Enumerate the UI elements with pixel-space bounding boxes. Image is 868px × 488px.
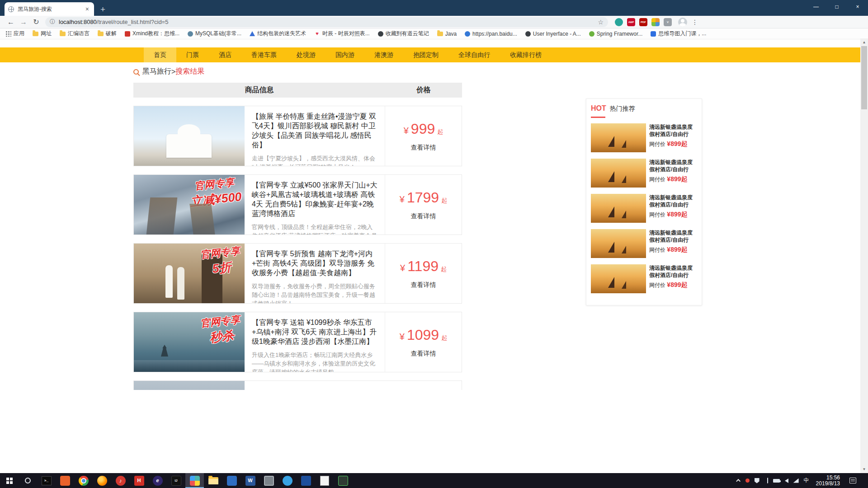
pdf-extension-icon[interactable]: PDF <box>639 18 647 26</box>
close-button[interactable]: × <box>847 0 868 14</box>
route-price-cell: ¥ 1099 起 查看详情 <box>385 312 462 372</box>
scrollbar-thumb[interactable] <box>861 46 867 109</box>
nav-item[interactable]: 全球自由行 <box>448 47 500 62</box>
site-info-icon[interactable]: ⓘ <box>50 18 55 26</box>
idea-icon[interactable]: IJ <box>167 473 185 488</box>
maximize-button[interactable]: □ <box>826 0 847 14</box>
ime-indicator[interactable]: 中 <box>804 477 809 484</box>
word-icon[interactable]: W <box>241 473 259 488</box>
hot-item[interactable]: 清远新银盏温泉度假村酒店/自由行套... 网付价 ¥899起 <box>591 123 697 152</box>
tray-defender-icon[interactable] <box>755 478 760 483</box>
hot-item[interactable]: 清远新银盏温泉度假村酒店/自由行套... 网付价 ¥899起 <box>591 194 697 223</box>
cmd-terminal-icon[interactable]: >_ <box>37 473 56 488</box>
bookmark-item[interactable]: 思维导图入门课，... <box>651 30 706 38</box>
minimize-button[interactable]: — <box>806 0 826 14</box>
route-title-link[interactable]: 【官网专享 立减¥500 张家界天门山+大峡谷+凤凰古城+玻璃栈道+玻璃桥 高铁… <box>252 180 377 218</box>
reload-button[interactable]: ↻ <box>30 19 42 26</box>
app-bluedark-icon[interactable] <box>297 473 315 488</box>
chat-app-icon[interactable] <box>222 473 241 488</box>
breadcrumb-site-link[interactable]: 黑马旅行 <box>142 67 171 76</box>
bookmark-item[interactable]: 网址 <box>33 30 52 38</box>
address-bar[interactable]: ⓘ localhost:8080 /travel/route_list.html… <box>45 17 608 27</box>
chrome-icon[interactable] <box>74 473 93 488</box>
nav-item[interactable]: 香港车票 <box>241 47 287 62</box>
tray-battery-icon[interactable] <box>773 479 780 483</box>
start-button[interactable] <box>0 473 19 488</box>
bookmark-star-icon[interactable]: ☆ <box>598 19 604 26</box>
route-title-link[interactable]: 【官网专享 送箱 ¥1099秒杀 华东五市+乌镇+南浔 双飞6天 南京进上海出】… <box>252 318 377 346</box>
hot-item[interactable]: 清远新银盏温泉度假村酒店/自由行套... 网付价 ¥899起 <box>591 159 697 188</box>
browser-tab[interactable]: 黑马旅游-搜索 × <box>5 2 94 16</box>
route-image[interactable]: 官网专享 秒杀 <box>134 312 245 372</box>
view-detail-link[interactable]: 查看详情 <box>411 212 436 221</box>
apps-shortcut[interactable]: 应用 <box>5 30 24 38</box>
route-title-link[interactable]: 【旅展 半价特惠 重走丝路•漫游宁夏 双飞4天】银川西部影视城 穆民新村 中卫沙… <box>252 112 377 150</box>
app-orange-icon[interactable] <box>56 473 74 488</box>
extension-colorful-icon[interactable] <box>651 18 660 26</box>
search-icon[interactable] <box>19 473 37 488</box>
page-scrollbar[interactable]: ▲ ▼ <box>860 38 868 473</box>
bookmark-item[interactable]: Xmind教程：思维... <box>125 30 179 38</box>
back-button[interactable]: ← <box>5 19 17 26</box>
nav-item[interactable]: 首页 <box>144 47 176 62</box>
browser-menu-icon[interactable]: ⋮ <box>692 19 698 26</box>
nav-item[interactable]: 酒店 <box>209 47 241 62</box>
nav-item[interactable]: 国内游 <box>326 47 364 62</box>
app-blue-icon[interactable] <box>278 473 297 488</box>
file-explorer-icon[interactable] <box>204 473 222 488</box>
route-image[interactable] <box>134 381 245 390</box>
route-image[interactable] <box>134 106 245 166</box>
system-tray: 中 15:56 2019/8/13 <box>737 473 868 488</box>
music-app-icon[interactable]: ♪ <box>111 473 130 488</box>
extension-green-icon[interactable] <box>615 18 623 26</box>
scroll-down-icon[interactable]: ▼ <box>860 465 868 473</box>
scroll-up-icon[interactable]: ▲ <box>860 38 868 46</box>
route-title-link[interactable]: 【官网专享 5折预售 越南下龙湾+河内+芒街 高铁4天 高级团】双导游服务 免收… <box>252 249 377 277</box>
bookmark-item[interactable]: https://pan.baidu... <box>465 31 517 37</box>
profile-avatar[interactable] <box>678 18 687 27</box>
route-image[interactable]: 官网专享 5折 <box>134 244 245 303</box>
bookmark-item[interactable]: Spring Framewor... <box>589 31 642 37</box>
nav-item[interactable]: 抱团定制 <box>403 47 448 62</box>
tray-bluetooth-icon[interactable] <box>764 478 768 483</box>
route-image[interactable]: 官网专享 立减¥500 <box>134 175 245 235</box>
bookmark-item[interactable]: Java <box>437 31 457 37</box>
nav-item[interactable]: 收藏排行榜 <box>500 47 552 62</box>
forward-button[interactable]: → <box>17 19 30 26</box>
bookmark-item[interactable]: 收藏到有道云笔记 <box>378 30 429 38</box>
adblock-extension-icon[interactable]: ABP <box>627 18 635 26</box>
tray-expand-chevron-icon[interactable] <box>736 479 741 483</box>
hot-item[interactable]: 清远新银盏温泉度假村酒店/自由行套... 网付价 ¥899起 <box>591 229 697 258</box>
bookmark-item[interactable]: 结构包装的迷失艺术 <box>250 30 306 38</box>
bookmark-item[interactable]: User Inyerface - A... <box>525 31 581 37</box>
eclipse-icon[interactable]: e <box>148 473 167 488</box>
new-tab-button[interactable]: + <box>100 5 105 14</box>
firefox-icon[interactable] <box>93 473 111 488</box>
nav-item[interactable]: 门票 <box>176 47 209 62</box>
view-detail-link[interactable]: 查看详情 <box>411 281 436 289</box>
view-detail-link[interactable]: 查看详情 <box>411 350 436 358</box>
tray-network-icon[interactable] <box>793 479 799 483</box>
bookmark-item[interactable]: 破解 <box>98 30 117 38</box>
extension-v-icon[interactable]: V <box>664 18 672 26</box>
hot-item[interactable]: 清远新银盏温泉度假村酒店/自由行套... 网付价 ¥899起 <box>591 264 697 293</box>
vm-app-icon[interactable] <box>259 473 278 488</box>
action-center-icon[interactable] <box>849 478 856 483</box>
column-header-price: 价格 <box>385 85 462 95</box>
notepad-app-icon[interactable] <box>315 473 334 488</box>
view-detail-link[interactable]: 查看详情 <box>411 144 436 152</box>
h-app-icon[interactable]: H <box>130 473 148 488</box>
tool-app-icon[interactable] <box>334 473 352 488</box>
promo-badge: 官网专享 5折 <box>200 244 242 278</box>
bookmark-item[interactable]: MySQL基础(非常... <box>188 30 241 38</box>
bookmark-item[interactable]: 汇编语言 <box>60 30 90 38</box>
tray-app-icon[interactable] <box>745 479 750 483</box>
bookmark-item[interactable]: ♥ 时辰 - 时辰对照表... <box>314 30 370 38</box>
taskbar-clock[interactable]: 15:56 2019/8/13 <box>814 475 842 487</box>
nav-item[interactable]: 处境游 <box>287 47 326 62</box>
tab-close-icon[interactable]: × <box>84 5 90 13</box>
tray-volume-icon[interactable] <box>785 479 788 483</box>
screenshot-tool-icon[interactable] <box>185 473 204 488</box>
url-path: /travel/route_list.html?cid=5 <box>97 19 169 25</box>
nav-item[interactable]: 港澳游 <box>364 47 403 62</box>
